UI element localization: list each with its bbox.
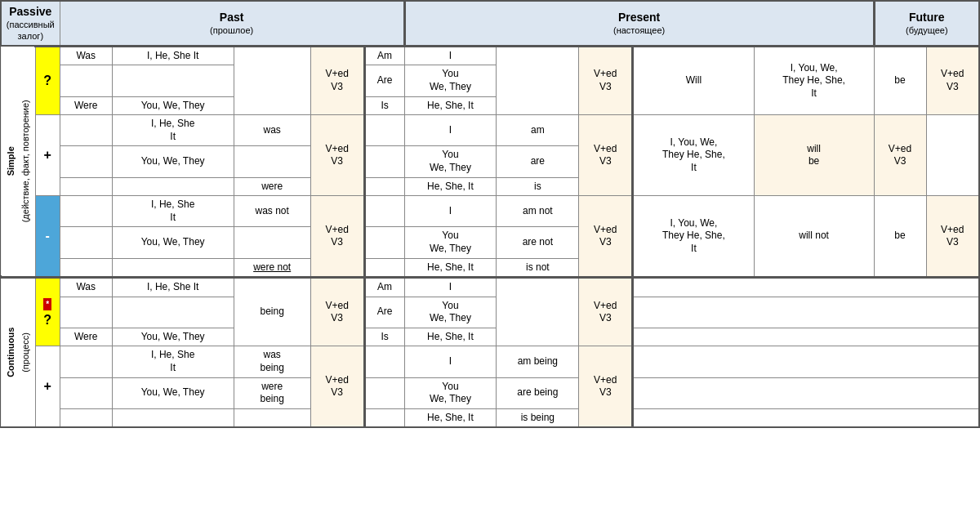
cont-is-label: Is <box>364 328 404 346</box>
subj-i-pres: I <box>404 46 497 65</box>
neg-subj-i: I <box>404 196 497 227</box>
pos-were: were <box>234 177 310 196</box>
future-header: Future (будущее) <box>874 1 979 46</box>
cont-future-empty2 <box>633 297 979 328</box>
simple-negative-marker: - <box>35 196 60 278</box>
cont-pos-future-empty <box>633 346 979 377</box>
simple-question-marker: ? <box>35 46 60 114</box>
neg-empty-subj-he <box>364 258 404 278</box>
subj-you-we-past: You, We, They <box>112 96 234 115</box>
empty-q-past <box>234 46 310 114</box>
were-label: Were <box>60 96 112 115</box>
neg-is-not: is not <box>497 258 579 278</box>
empty-subj2 <box>112 65 234 96</box>
neg-empty-subj3 <box>112 258 234 278</box>
cont-pos-subj-i: I <box>404 346 497 377</box>
cont-positive-marker: + <box>35 346 60 427</box>
empty-q-pres <box>497 46 579 114</box>
cont-future-empty <box>633 278 979 297</box>
cont-am-label: Am <box>364 278 404 297</box>
pos-empty-subj3 <box>112 177 234 196</box>
cont-subj-were: You, We, They <box>112 328 234 346</box>
neg-empty-subj2 <box>364 227 404 258</box>
subj-i-he-she: I, He, She It <box>112 46 234 65</box>
cont-subj-i: I <box>404 278 497 297</box>
neg-be: be <box>874 196 926 278</box>
cont-were-label: Were <box>60 328 112 346</box>
cont-pos-future-empty2 <box>633 377 979 408</box>
cont-pos-subj-you-we-p: You We, They <box>404 377 497 408</box>
cont-pos-subj-i-he: I, He, She It <box>112 346 234 377</box>
pos-empty-subj <box>364 115 404 146</box>
past-header: Past (прошлое) <box>60 1 404 46</box>
empty-was2 <box>60 65 112 96</box>
neg-am-not: am not <box>497 196 579 227</box>
cont-future-empty3 <box>633 328 979 346</box>
cont-was-label: Was <box>60 278 112 297</box>
red-star: * <box>43 298 51 310</box>
simple-positive-marker: + <box>35 115 60 196</box>
cont-pos-past-ved: V+ed V3 <box>310 346 364 427</box>
neg-was-not: was not <box>234 196 310 227</box>
am-label: Am <box>364 46 404 65</box>
pos-will-be: will be <box>754 115 874 196</box>
cont-pos-are-being: are being <box>497 377 579 408</box>
pos-empty2 <box>60 146 112 177</box>
subj-he-pres: He, She, It <box>404 96 497 115</box>
cont-pos-empty-subj-he <box>364 408 404 427</box>
future-q-ved: V+ed V3 <box>926 46 979 114</box>
cont-q-empty-aux <box>497 278 579 346</box>
neg-empty3 <box>60 258 112 278</box>
pos-empty-subj-he <box>364 177 404 196</box>
pos-empty-subj2 <box>364 146 404 177</box>
cont-are-label: Are <box>364 297 404 328</box>
pos-future-subj: I, You, We, They He, She, It <box>633 115 755 196</box>
neg-subj-you-we: You, We, They <box>112 227 234 258</box>
pres-q-ved: V+ed V3 <box>579 46 633 114</box>
present-header: Present (настоящее) <box>404 1 874 46</box>
future-q-subj: I, You, We, They He, She, It <box>754 46 874 114</box>
cont-q-being: being <box>234 278 310 346</box>
neg-empty-aux2 <box>234 227 310 258</box>
cont-pos-subj-you-we: You, We, They <box>112 377 234 408</box>
cont-empty-aux2 <box>60 297 112 328</box>
grammar-table: Passive (пассивный залог) Past (прошлое)… <box>0 0 980 428</box>
passive-header: Passive (пассивный залог) <box>1 1 60 46</box>
cont-pos-subj-he: He, She, It <box>404 408 497 427</box>
pos-are: are <box>497 146 579 177</box>
neg-future-ved: V+ed V3 <box>926 196 979 278</box>
pos-is: is <box>497 177 579 196</box>
pos-subj-you-we-p: You We, They <box>404 146 497 177</box>
is-label: Is <box>364 96 404 115</box>
pos-subj-i: I <box>404 115 497 146</box>
pos-subj-i-he: I, He, She It <box>112 115 234 146</box>
cont-pos-future-empty3 <box>633 408 979 427</box>
past-q-ved: V+ed V3 <box>310 46 364 114</box>
cont-pos-empty-subj <box>364 346 404 377</box>
cont-pos-empty-aux3 <box>234 408 310 427</box>
neg-will-not: will not <box>754 196 874 278</box>
cont-pos-was-being: was being <box>234 346 310 377</box>
will-label: Will <box>633 46 755 114</box>
pos-empty3 <box>60 177 112 196</box>
cont-pos-is-being: is being <box>497 408 579 427</box>
be-label: be <box>874 46 926 114</box>
pos-pres-ved: V+ed V3 <box>579 115 633 196</box>
cont-subj-was: I, He, She It <box>112 278 234 297</box>
neg-were-not: were not <box>234 258 310 278</box>
continuous-label: Continuous (процесс) <box>1 278 35 428</box>
cont-pos-empty3 <box>60 408 112 427</box>
cont-empty-subj2 <box>112 297 234 328</box>
cont-past-q-ved: V+ed V3 <box>310 278 364 346</box>
cont-pos-were-being: were being <box>234 377 310 408</box>
simple-label: Simple (действие, факт, повторение) <box>1 46 35 277</box>
neg-are-not: are not <box>497 227 579 258</box>
neg-past-ved: V+ed V3 <box>310 196 364 278</box>
cont-question-marker: *? <box>35 278 60 346</box>
neg-subj-he: He, She, It <box>404 258 497 278</box>
pos-future-ved: V+ed V3 <box>874 115 926 196</box>
cont-subj-he: He, She, It <box>404 328 497 346</box>
neg-empty1 <box>60 196 112 227</box>
cont-pos-empty-subj3 <box>112 408 234 427</box>
pos-am: am <box>497 115 579 146</box>
